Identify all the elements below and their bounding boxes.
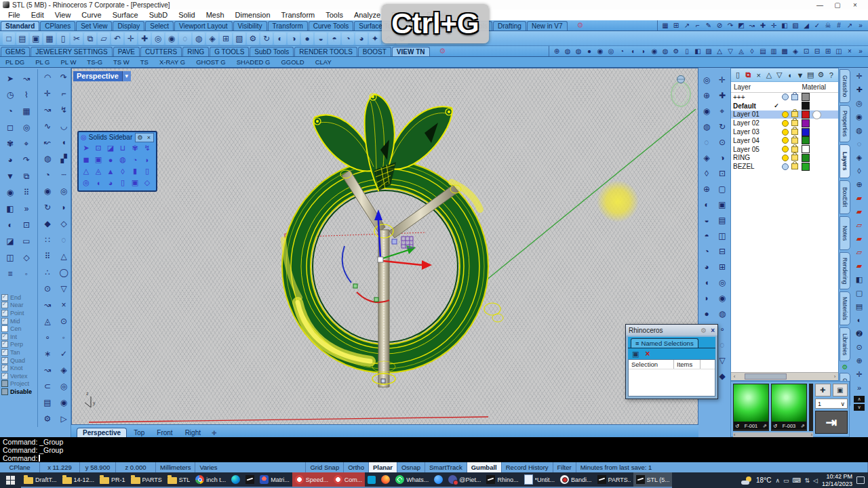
osnap-checkbox[interactable] — [1, 349, 8, 356]
tool-icon[interactable]: ◗ — [56, 199, 72, 216]
toolbar-icon[interactable]: ◩ — [736, 22, 746, 29]
display-mode-button[interactable]: PL W — [55, 58, 81, 66]
osnap-checkbox[interactable] — [1, 373, 8, 380]
layer-toolbar-icon[interactable]: ▯ — [734, 70, 742, 79]
apply-material-button[interactable]: ⇥ — [815, 411, 848, 434]
tool-icon[interactable]: ◇ — [18, 249, 35, 266]
tool-icon[interactable]: ◪ — [2, 233, 18, 249]
toolbar-tab[interactable]: Transform — [268, 21, 308, 30]
solid-tool-icon[interactable]: ◪ — [104, 142, 117, 154]
toolbar-icon[interactable]: ✂ — [71, 33, 83, 45]
tool-icon[interactable]: ⊙ — [852, 340, 866, 354]
tool-icon[interactable]: ◍ — [39, 150, 56, 167]
tool-icon[interactable]: ⊡ — [18, 217, 35, 233]
layer-material-dot[interactable] — [812, 110, 821, 119]
panel-tab[interactable]: Materials — [840, 291, 850, 325]
layer-visibility-bulb-icon[interactable] — [782, 120, 789, 127]
command-prompt[interactable]: Command: — [3, 454, 865, 462]
custom-tab[interactable]: G TOOLS — [210, 47, 249, 56]
toolbar-icon[interactable]: ◈ — [206, 33, 218, 45]
close-button[interactable]: × — [846, 1, 864, 9]
tool-icon[interactable]: ⊞ — [715, 259, 730, 274]
tray-icon[interactable]: ◁ — [813, 477, 818, 484]
tool-icon[interactable]: ➋ — [852, 327, 866, 340]
status-cell[interactable]: x 11.229 — [40, 462, 80, 472]
undo-icon[interactable]: ↺ — [773, 423, 777, 429]
tool-icon[interactable]: ✛ — [39, 85, 56, 102]
display-mode-button[interactable]: TS-G — [81, 58, 108, 66]
menu-item[interactable]: Curve — [76, 11, 106, 19]
tool-icon[interactable]: × — [56, 297, 72, 313]
toolbar-icon[interactable]: ▱ — [98, 33, 110, 45]
tool-icon[interactable]: ▣ — [715, 197, 730, 212]
viewport-title[interactable]: Perspective ▼ — [73, 71, 131, 81]
tool-icon[interactable]: ⊙ — [715, 134, 730, 150]
tool-icon[interactable]: » — [18, 201, 35, 217]
tool-icon[interactable]: ◔ — [39, 167, 56, 183]
add-viewport-icon[interactable]: ✚ — [208, 429, 221, 437]
tool-icon[interactable]: ◎ — [715, 274, 730, 290]
tool-icon[interactable]: ▤ — [852, 300, 866, 313]
toolbar-icon[interactable]: ⊡ — [802, 47, 811, 55]
tool-icon[interactable]: ⊕ — [699, 181, 715, 197]
layer-toolbar-icon[interactable]: ⚙ — [816, 70, 825, 79]
osnap-row[interactable]: Int — [1, 333, 38, 341]
viewport-3d[interactable]: z y Perspective ▼ ◎ Solids Sidebar ⚙ × ➤… — [71, 68, 698, 425]
toolbar-icon[interactable]: ◔ — [342, 33, 354, 45]
taskbar-item[interactable]: Matri... — [257, 472, 292, 488]
tool-icon[interactable]: » — [852, 381, 866, 394]
toolbar-icon[interactable]: » — [856, 47, 865, 55]
custom-tab[interactable]: GEMS — [1, 47, 30, 56]
tool-icon[interactable]: ◉ — [2, 184, 18, 201]
osnap-checkbox[interactable] — [1, 302, 8, 308]
status-cell[interactable]: Osnap — [397, 462, 425, 472]
layer-color-swatch[interactable] — [802, 93, 810, 101]
toolbar-icon[interactable]: ✦ — [369, 33, 381, 45]
expand-icon[interactable]: ⇗ — [801, 423, 805, 429]
solid-tool-icon[interactable]: ● — [104, 154, 117, 165]
osnap-row[interactable]: Cen — [1, 325, 38, 333]
tool-icon[interactable]: ◗ — [699, 290, 715, 306]
toolbar-icon[interactable]: ✎ — [704, 22, 713, 29]
osnap-row[interactable]: Near — [1, 302, 38, 310]
taskbar-item[interactable]: @Piet... — [446, 472, 484, 488]
toolbar-icon[interactable]: △ — [715, 47, 724, 55]
layer-row[interactable]: Default ✓ — [731, 102, 838, 110]
close-icon[interactable]: × — [711, 327, 715, 334]
tool-icon[interactable]: ∘ — [39, 329, 56, 346]
solid-tool-icon[interactable]: ▯ — [117, 177, 129, 188]
clock[interactable]: 10:42 PM 12/14/2023 — [822, 473, 852, 487]
toolbar-icon[interactable]: ◊ — [747, 47, 757, 55]
toolbar-icon[interactable]: ↗ — [682, 22, 692, 29]
tool-icon[interactable]: ◐ — [2, 217, 18, 233]
status-cell[interactable]: Record History — [502, 462, 553, 472]
layer-row[interactable]: BEZEL — [731, 162, 838, 171]
gear-icon[interactable]: ⚙ — [136, 134, 144, 141]
tool-icon[interactable]: ∷ — [39, 232, 56, 248]
layer-row[interactable]: Layer 05 — [731, 145, 838, 154]
panel-tab[interactable]: Layers — [840, 144, 850, 178]
page-select[interactable]: 1 ∨ — [815, 399, 848, 409]
osnap-checkbox[interactable] — [1, 294, 8, 301]
solid-tool-icon[interactable]: ▣ — [129, 177, 141, 188]
tool-icon[interactable]: ▦ — [18, 103, 35, 119]
tool-icon[interactable]: ∴ — [39, 264, 56, 281]
add-material-button[interactable]: ✚ — [815, 384, 831, 396]
tool-icon[interactable]: ◉ — [715, 290, 730, 306]
custom-tab[interactable]: CUTTERS — [140, 47, 182, 56]
tool-icon[interactable]: ✚ — [715, 87, 730, 103]
toolbar-icon[interactable]: ⊘ — [715, 22, 724, 29]
save-selection-button[interactable]: ▣ — [632, 350, 639, 359]
tool-icon[interactable]: ◦ — [18, 266, 35, 282]
layer-lock-icon[interactable] — [791, 138, 798, 144]
tool-icon[interactable]: ↝ — [39, 102, 56, 118]
toolbar-icon[interactable]: ◗ — [639, 47, 648, 55]
tool-icon[interactable]: ▤ — [715, 212, 730, 228]
osnap-checkbox[interactable] — [1, 365, 8, 371]
layer-visibility-bulb-icon[interactable] — [782, 111, 789, 118]
tool-icon[interactable]: ◯ — [56, 264, 72, 281]
solid-tool-icon[interactable]: ◬ — [92, 165, 104, 177]
close-icon[interactable]: × — [144, 134, 153, 141]
status-cell[interactable]: Ortho — [344, 462, 369, 472]
display-mode-button[interactable]: PL G — [30, 58, 55, 66]
